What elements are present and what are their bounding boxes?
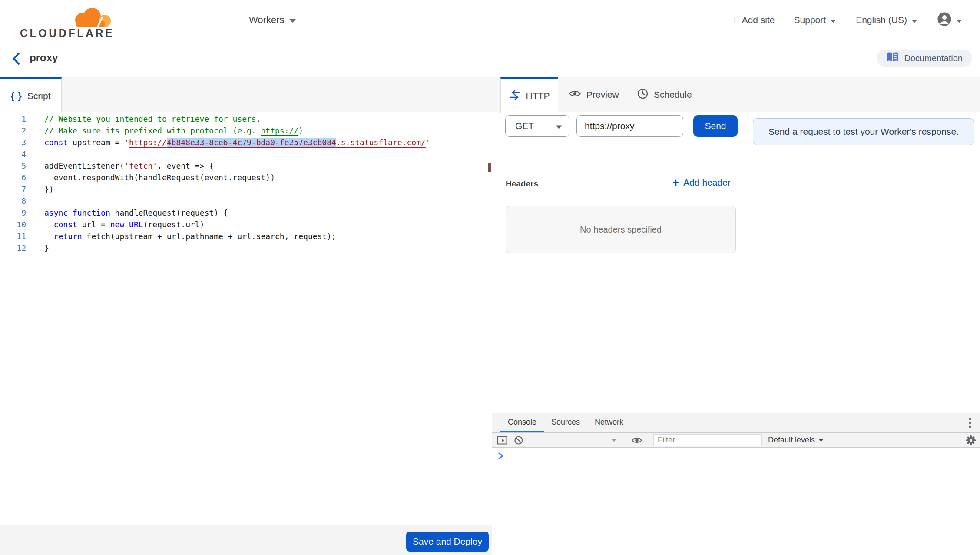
add-header-button[interactable]: + Add header <box>672 177 731 188</box>
devtools-tab-console[interactable]: Console <box>500 413 544 432</box>
no-headers-box: No headers specified <box>506 206 736 253</box>
workers-nav-dropdown[interactable]: Workers <box>249 0 296 40</box>
cloudflare-workers-editor: CLOUDFLARE Workers + Add site Support En… <box>0 0 980 555</box>
http-tab-label: HTTP <box>526 91 550 101</box>
code-text: const url = new URL(request.url) <box>44 219 205 230</box>
account-menu[interactable] <box>937 12 963 29</box>
braces-icon: { } <box>11 90 22 102</box>
preview-tab-label: Preview <box>586 90 619 100</box>
line-number: 11 <box>0 230 26 242</box>
eye-icon <box>569 90 581 100</box>
tab-http[interactable]: HTTP <box>500 77 558 113</box>
console-filter-input[interactable] <box>653 434 762 446</box>
chevron-down-icon <box>956 15 963 25</box>
headers-label: Headers <box>506 179 538 189</box>
editor-footer: Save and Deploy <box>0 525 492 555</box>
chevron-down-icon <box>289 14 296 26</box>
code-text: }) <box>44 183 54 195</box>
documentation-label: Documentation <box>904 53 963 63</box>
line-number: 3 <box>0 136 26 148</box>
code-text: // Website you intended to retrieve for … <box>44 113 261 125</box>
method-select[interactable]: GET <box>505 115 569 137</box>
code-lines: 1// Website you intended to retrieve for… <box>0 113 492 254</box>
code-line[interactable]: 2// Make sure its prefixed with protocol… <box>0 125 492 136</box>
line-number: 2 <box>0 125 26 136</box>
kebab-menu-icon[interactable] <box>964 417 976 429</box>
top-right-nav: + Add site Support English (US) <box>732 0 963 40</box>
save-and-deploy-button[interactable]: Save and Deploy <box>406 532 489 552</box>
log-levels-dropdown[interactable]: Default levels <box>768 435 824 445</box>
code-text: event.respondWith(handleRequest(event.re… <box>44 172 275 183</box>
code-line[interactable]: 11 return fetch(upstream + url.pathname … <box>0 230 492 242</box>
swap-arrows-icon <box>509 90 521 102</box>
devtools-tab-network[interactable]: Network <box>587 413 631 432</box>
clear-console-icon[interactable] <box>513 435 524 446</box>
page-header: proxy Documentation <box>0 40 980 77</box>
devtools-toolbar: Default levels <box>492 433 980 448</box>
devtools-tab-sources[interactable]: Sources <box>544 413 587 432</box>
back-button[interactable] <box>10 51 25 66</box>
code-text: // Make sure its prefixed with protocol … <box>44 125 303 136</box>
language-label: English (US) <box>856 15 907 25</box>
code-text: async function handleRequest(request) { <box>44 207 228 219</box>
console-sidebar-toggle-icon[interactable] <box>497 435 508 446</box>
cloudflare-logo-icon[interactable] <box>66 4 115 30</box>
language-dropdown[interactable]: English (US) <box>856 15 918 25</box>
code-line[interactable]: 7}) <box>0 183 492 195</box>
clock-icon <box>637 88 648 101</box>
settings-gear-icon[interactable] <box>965 435 977 446</box>
code-line[interactable]: 5addEventListener('fetch', event => { <box>0 160 492 172</box>
plus-icon: + <box>672 177 679 188</box>
add-site-label: Add site <box>742 15 775 25</box>
toolbar-separator <box>530 435 530 445</box>
support-dropdown[interactable]: Support <box>794 15 837 25</box>
line-number: 5 <box>0 160 26 172</box>
method-value: GET <box>515 121 534 131</box>
add-site-button[interactable]: + Add site <box>732 14 775 26</box>
console-prompt-icon[interactable] <box>498 452 505 460</box>
line-number: 6 <box>0 172 26 183</box>
avatar-icon <box>937 12 952 29</box>
log-levels-label: Default levels <box>768 435 815 445</box>
code-line[interactable]: 3const upstream = 'https://4b848e33-8ce6… <box>0 136 492 148</box>
code-text: const upstream = 'https://4b848e33-8ce6-… <box>44 136 430 148</box>
page-title: proxy <box>30 52 58 64</box>
line-number: 7 <box>0 183 26 195</box>
schedule-tab-label: Schedule <box>654 90 692 100</box>
response-hint-text: Send a request to test your Worker's res… <box>768 126 959 137</box>
url-input[interactable] <box>576 115 683 137</box>
script-tab-label: Script <box>27 91 51 101</box>
overview-ruler-mark <box>488 163 491 172</box>
tab-schedule[interactable]: Schedule <box>637 77 692 112</box>
toolbar-separator <box>626 435 626 445</box>
line-number: 12 <box>0 242 26 254</box>
top-bar: CLOUDFLARE Workers + Add site Support En… <box>0 0 980 40</box>
code-line[interactable]: 8 <box>0 195 492 207</box>
tab-script[interactable]: { } Script <box>0 77 62 113</box>
no-headers-text: No headers specified <box>580 225 662 235</box>
send-button[interactable]: Send <box>693 115 738 137</box>
devtools-tab-bar: Console Sources Network <box>492 413 980 433</box>
code-text: } <box>44 242 49 254</box>
console-tab-label: Console <box>508 418 536 427</box>
code-line[interactable]: 12} <box>0 242 492 254</box>
code-line[interactable]: 4 <box>0 148 492 160</box>
tab-strip <box>0 77 980 112</box>
network-tab-label: Network <box>595 418 623 427</box>
documentation-button[interactable]: Documentation <box>877 50 972 67</box>
line-number: 10 <box>0 219 26 230</box>
cloudflare-wordmark: CLOUDFLARE <box>20 27 114 40</box>
code-line[interactable]: 1// Website you intended to retrieve for… <box>0 113 492 125</box>
code-line[interactable]: 6 event.respondWith(handleRequest(event.… <box>0 172 492 183</box>
line-number: 1 <box>0 113 26 125</box>
live-expression-eye-icon[interactable] <box>631 435 642 446</box>
code-line[interactable]: 10 const url = new URL(request.url) <box>0 219 492 230</box>
tab-preview[interactable]: Preview <box>569 77 619 112</box>
code-line[interactable]: 9async function handleRequest(request) { <box>0 207 492 219</box>
code-editor[interactable]: 1// Website you intended to retrieve for… <box>0 112 492 525</box>
request-response-divider <box>741 112 741 413</box>
add-header-label: Add header <box>683 177 731 188</box>
javascript-context-dropdown[interactable] <box>535 435 620 446</box>
workers-label: Workers <box>249 14 285 26</box>
chevron-down-icon <box>556 121 562 131</box>
